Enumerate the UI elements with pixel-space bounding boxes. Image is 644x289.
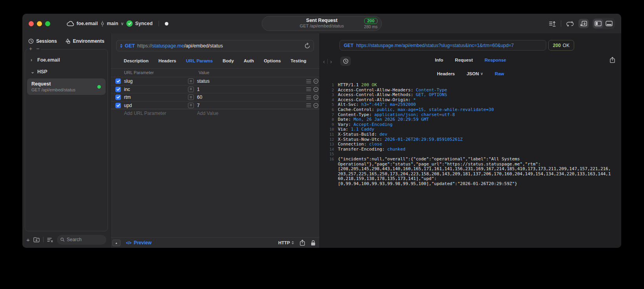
minimize-window-button[interactable] bbox=[37, 21, 42, 26]
add-button[interactable]: + bbox=[29, 46, 32, 51]
remove-param-icon[interactable] bbox=[313, 78, 319, 84]
tab-url-params[interactable]: URL Params bbox=[186, 58, 213, 63]
param-value[interactable]: 7 bbox=[197, 103, 200, 108]
reorder-handle-icon[interactable] bbox=[306, 87, 311, 91]
subtab-json[interactable]: JSON∨ bbox=[467, 71, 483, 76]
tab-environments[interactable]: Environments bbox=[65, 38, 104, 44]
protocol-selector[interactable]: HTTP bbox=[278, 240, 294, 245]
equals-type-icon[interactable]: = bbox=[188, 95, 194, 100]
close-window-button[interactable] bbox=[29, 21, 34, 26]
sidebar-footer: + bbox=[22, 231, 110, 248]
param-value[interactable]: 60 bbox=[197, 95, 202, 100]
equals-type-icon[interactable]: = bbox=[188, 103, 194, 108]
remove-button[interactable]: − bbox=[36, 46, 39, 51]
tab-sessions[interactable]: Sessions bbox=[28, 38, 57, 44]
sync-status[interactable]: Synced bbox=[126, 20, 152, 27]
remove-param-icon[interactable] bbox=[313, 95, 319, 100]
zoom-window-button[interactable] bbox=[45, 21, 50, 26]
param-name[interactable]: inc bbox=[124, 87, 130, 92]
sent-request-pill[interactable]: Sent Request GET /api/embed/status 200 2… bbox=[262, 16, 382, 31]
request-list-item[interactable]: Request GET /api/embed/status bbox=[27, 78, 106, 95]
line-number: 4 bbox=[324, 98, 334, 103]
triangle-up-icon: ▲ bbox=[115, 242, 118, 244]
filter-list-icon[interactable] bbox=[47, 237, 53, 242]
check-icon bbox=[117, 96, 120, 99]
tab-info[interactable]: Info bbox=[435, 58, 443, 62]
tab-label: Environments bbox=[73, 38, 104, 44]
reorder-handle-icon[interactable] bbox=[306, 103, 311, 107]
session-dot-icon[interactable] bbox=[165, 22, 168, 25]
equals-type-icon[interactable]: = bbox=[188, 78, 194, 84]
param-value[interactable]: 1 bbox=[197, 87, 200, 92]
response-status-badge: 200 OK bbox=[548, 40, 574, 51]
method-stepper-icon[interactable] bbox=[120, 44, 122, 48]
response-panel-icon[interactable] bbox=[578, 19, 589, 28]
branch-selector[interactable]: main ∨ bbox=[100, 21, 124, 27]
response-body: 1HTTP/1.1 200 OK2Access-Control-Allow-He… bbox=[320, 83, 621, 186]
sidebar: Sessions Environments + − › Foe.email ⌄ bbox=[22, 33, 110, 248]
remove-param-icon[interactable] bbox=[313, 87, 319, 92]
sync-loop-icon[interactable] bbox=[565, 19, 575, 28]
collapse-panel-button[interactable]: ▲ bbox=[112, 240, 120, 246]
add-param-row[interactable]: Add URL Parameter Add Value bbox=[111, 109, 319, 117]
request-url-bar[interactable]: GET https://statuspage.me/api/embed/stat… bbox=[116, 40, 314, 51]
search-input[interactable] bbox=[67, 237, 103, 242]
toggle-bottom-panel-icon[interactable] bbox=[604, 19, 614, 28]
param-name[interactable]: upd bbox=[124, 103, 132, 108]
request-tabs: DescriptionHeadersURL ParamsBodyAuthOpti… bbox=[111, 56, 319, 65]
share-icon[interactable] bbox=[300, 240, 305, 246]
resend-icon[interactable] bbox=[305, 43, 310, 49]
line-number bbox=[324, 162, 334, 167]
param-value[interactable]: status bbox=[197, 78, 210, 84]
line-number: 10 bbox=[324, 127, 334, 132]
new-request-button[interactable]: + bbox=[26, 237, 30, 243]
add-param-name[interactable]: Add URL Parameter bbox=[124, 111, 166, 116]
tab-body[interactable]: Body bbox=[223, 58, 234, 63]
tab-testing[interactable]: Testing bbox=[291, 58, 306, 63]
response-url-pill[interactable]: GET https://statuspage.me/api/embed/stat… bbox=[339, 40, 546, 51]
tree-group-hsp[interactable]: ⌄ HSP bbox=[25, 66, 108, 78]
param-checkbox[interactable] bbox=[115, 78, 121, 84]
param-checkbox[interactable] bbox=[115, 95, 121, 100]
toggle-sidebar-icon[interactable] bbox=[593, 19, 603, 28]
sort-list-icon[interactable] bbox=[547, 19, 557, 28]
line-number: 6 bbox=[324, 107, 334, 113]
request-title: Request bbox=[31, 81, 101, 87]
line-number: 3 bbox=[324, 93, 334, 98]
equals-type-icon[interactable]: = bbox=[188, 87, 194, 92]
tab-request[interactable]: Request bbox=[455, 58, 473, 62]
export-response-icon[interactable] bbox=[610, 57, 615, 63]
tab-headers[interactable]: Headers bbox=[159, 58, 176, 63]
reorder-handle-icon[interactable] bbox=[306, 79, 311, 84]
chevron-down-icon: ∨ bbox=[120, 21, 124, 26]
url-scheme: https:// bbox=[137, 43, 152, 49]
tab-auth[interactable]: Auth bbox=[244, 58, 254, 63]
param-checkbox[interactable] bbox=[115, 87, 121, 92]
search-box[interactable] bbox=[57, 235, 106, 245]
group-label: HSP bbox=[37, 69, 47, 75]
subtab-raw[interactable]: Raw bbox=[495, 71, 504, 76]
response-nav: ‹ › InfoRequestResponse bbox=[320, 56, 621, 66]
request-duration: 280 ms bbox=[364, 24, 378, 29]
tab-description[interactable]: Description bbox=[124, 58, 148, 63]
param-row-slug: slug = status bbox=[111, 77, 319, 85]
param-row-inc: inc = 1 bbox=[111, 85, 319, 93]
line-number bbox=[324, 167, 334, 172]
param-checkbox[interactable] bbox=[115, 103, 121, 108]
preview-button[interactable]: </> Preview bbox=[126, 240, 151, 245]
param-name[interactable]: rtm bbox=[124, 95, 131, 100]
tab-response[interactable]: Response bbox=[485, 58, 506, 62]
remove-param-icon[interactable] bbox=[313, 103, 319, 108]
new-folder-icon[interactable] bbox=[33, 237, 40, 242]
cloud-project-button[interactable]: foe.email bbox=[67, 21, 98, 26]
tree-group-foe-email[interactable]: › Foe.email bbox=[25, 54, 108, 66]
reorder-handle-icon[interactable] bbox=[306, 95, 311, 100]
response-line: [0,99.94,100,99.93,99.98,99.95,100],"upd… bbox=[324, 182, 621, 187]
param-name[interactable]: slug bbox=[124, 78, 133, 84]
lock-icon[interactable] bbox=[311, 240, 316, 246]
add-param-value[interactable]: Add Value bbox=[197, 111, 219, 116]
check-icon bbox=[117, 80, 120, 83]
response-line: 14Transfer-Encoding: chunked bbox=[324, 147, 621, 152]
subtab-headers[interactable]: Headers bbox=[437, 71, 455, 76]
tab-options[interactable]: Options bbox=[264, 58, 281, 63]
